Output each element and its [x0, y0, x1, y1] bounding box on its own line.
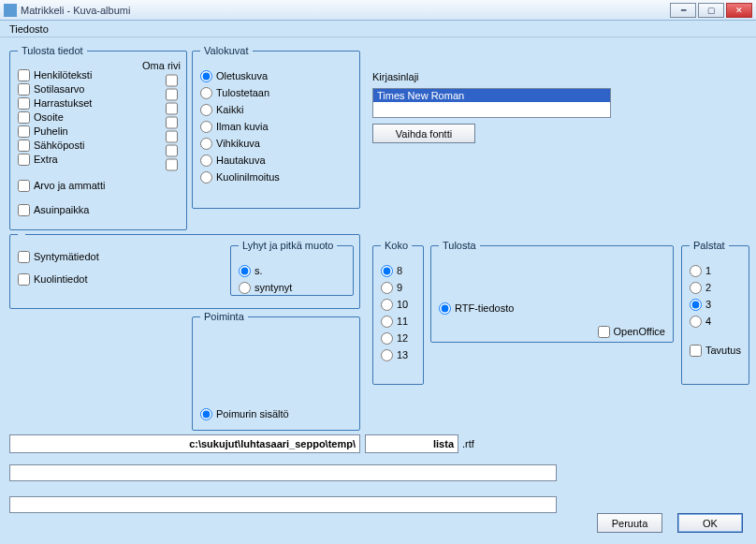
oma-henkiloteksti[interactable] [166, 74, 178, 87]
radio-koko-11[interactable] [381, 316, 393, 328]
radio-rtf[interactable] [439, 302, 451, 315]
group-lyhyt: Lyhyt ja pitkä muoto s. syntynyt [230, 240, 354, 296]
path-ext: .rtf [462, 434, 474, 453]
chk-puhelin[interactable] [18, 125, 30, 138]
radio-poimurin[interactable] [200, 408, 212, 420]
group-poiminta: Poiminta Poimurin sisältö [192, 311, 360, 431]
group-tulosta-tiedot-legend: Tulosta tiedot [18, 45, 87, 56]
radio-palstat-3[interactable] [690, 299, 702, 311]
group-tulosta-out-legend: Tulosta [439, 240, 480, 251]
progress-1 [9, 464, 557, 481]
radio-koko-12[interactable] [381, 332, 393, 345]
kirjasinlaji-label: Kirjasinlaji [372, 71, 419, 82]
radio-koko-8[interactable] [381, 265, 393, 277]
radio-koko-9[interactable] [381, 282, 393, 294]
close-button[interactable]: ✕ [726, 3, 752, 18]
oma-osoite[interactable] [166, 116, 178, 129]
oma-harrastukset[interactable] [166, 102, 178, 115]
group-palstat-legend: Palstat [690, 240, 729, 251]
font-listbox[interactable]: Times New Roman [372, 88, 611, 118]
group-valokuvat-legend: Valokuvat [200, 45, 253, 56]
group-koko-legend: Koko [381, 240, 412, 251]
chk-syntymatiedot[interactable] [18, 251, 30, 263]
chk-kuolintiedot[interactable] [18, 273, 30, 286]
radio-hautakuva[interactable] [200, 154, 212, 167]
radio-palstat-1[interactable] [690, 265, 702, 277]
group-koko: Koko 8 9 10 11 12 13 [372, 240, 424, 385]
chk-openoffice[interactable] [598, 326, 610, 338]
radio-kuolinilmoitus[interactable] [200, 171, 212, 184]
titlebar: Matrikkeli - Kuva-albumi ━ ▢ ✕ [0, 0, 756, 21]
chk-asuinpaikka[interactable] [18, 204, 30, 216]
chk-tavutus[interactable] [690, 345, 702, 357]
ok-button[interactable]: OK [677, 513, 743, 533]
radio-oletuskuva[interactable] [200, 70, 212, 82]
path-folder[interactable]: c:\sukujut\luhtasaari_seppo\temp\ [9, 434, 360, 453]
oma-sahkoposti[interactable] [166, 144, 178, 157]
chk-harrastukset[interactable] [18, 97, 30, 110]
radio-tulostetaan[interactable] [200, 87, 212, 99]
group-poiminta-legend: Poiminta [200, 311, 248, 322]
chk-sahkoposti[interactable] [18, 140, 30, 152]
oma-extra[interactable] [166, 158, 178, 171]
chk-sotilasarvo[interactable] [18, 83, 30, 96]
maximize-button[interactable]: ▢ [698, 3, 724, 18]
cancel-button[interactable]: Peruuta [597, 513, 662, 533]
oma-puhelin[interactable] [166, 130, 178, 143]
chk-extra[interactable] [18, 154, 30, 166]
radio-koko-13[interactable] [381, 349, 393, 361]
minimize-button[interactable]: ━ [670, 3, 696, 18]
group-valokuvat: Valokuvat Oletuskuva Tulostetaan Kaikki … [192, 45, 360, 209]
change-font-button[interactable]: Vaihda fontti [372, 124, 475, 143]
app-icon [4, 4, 17, 17]
oma-sotilasarvo[interactable] [166, 88, 178, 101]
font-selected: Times New Roman [373, 89, 610, 102]
group-tulosta-out: Tulosta RTF-tiedosto OpenOffice [430, 240, 674, 343]
progress-2 [9, 496, 557, 513]
radio-syntynyt[interactable] [239, 282, 251, 294]
chk-henkiloteksti[interactable] [18, 69, 30, 81]
menubar: Tiedosto [0, 21, 756, 37]
radio-kaikki[interactable] [200, 104, 212, 116]
radio-palstat-2[interactable] [690, 282, 702, 294]
menu-file[interactable]: Tiedosto [4, 22, 54, 37]
chk-arvo-ja-ammatti[interactable] [18, 180, 30, 192]
group-tulosta-tiedot: Tulosta tiedot Oma rivi Henkilöteksti So… [9, 45, 187, 230]
radio-palstat-4[interactable] [690, 316, 702, 328]
chk-osoite[interactable] [18, 111, 30, 124]
radio-ilman-kuvia[interactable] [200, 121, 212, 133]
radio-s[interactable] [239, 265, 251, 277]
radio-koko-10[interactable] [381, 299, 393, 311]
radio-vihkikuva[interactable] [200, 138, 212, 150]
path-name[interactable]: lista [365, 434, 458, 453]
group-lyhyt-legend: Lyhyt ja pitkä muoto [239, 240, 337, 251]
group-palstat: Palstat 1 2 3 4 Tavutus [681, 240, 749, 385]
window-title: Matrikkeli - Kuva-albumi [21, 5, 668, 16]
